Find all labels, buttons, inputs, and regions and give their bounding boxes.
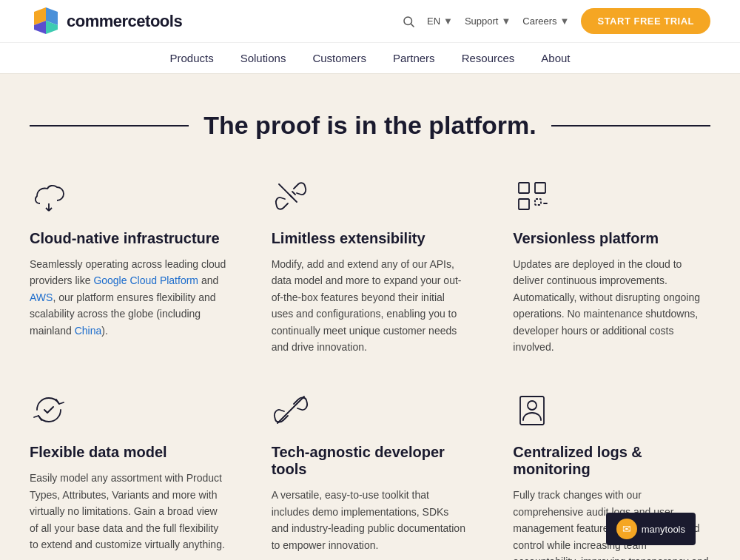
manytools-watermark: ✉ manytools (606, 513, 696, 545)
watermark-icon: ✉ (616, 519, 637, 539)
feature-flexible-data-desc: Easily model any assortment with Product… (30, 470, 227, 553)
feature-centralized-logs-title: Centralized logs & monitoring (513, 444, 710, 478)
feature-limitless-desc: Modify, add and extend any of our APIs, … (272, 256, 469, 355)
nav-item-products[interactable]: Products (169, 52, 213, 64)
centralized-logs-icon (513, 391, 551, 429)
china-link[interactable]: China (75, 325, 102, 337)
search-button[interactable] (402, 15, 415, 28)
header-right: EN ▼ Support ▼ Careers ▼ START FREE TRIA… (402, 8, 710, 34)
chevron-down-icon: ▼ (560, 16, 570, 27)
watermark-label: manytools (642, 524, 685, 535)
title-line-right (551, 125, 710, 126)
section-title: The proof is in the platform. (204, 111, 536, 140)
svg-point-4 (404, 17, 412, 25)
main-content: The proof is in the platform. Cloud-nati… (0, 74, 740, 560)
nav-item-customers[interactable]: Customers (312, 52, 366, 64)
plug-icon (273, 178, 309, 214)
versionless-icon (513, 177, 551, 215)
main-nav: Products Solutions Customers Partners Re… (0, 43, 740, 74)
feature-limitless: Limitless extensibility Modify, add and … (272, 177, 469, 355)
features-grid: Cloud-native infrastructure Seamlessly o… (30, 177, 710, 560)
cloud-native-icon (30, 177, 68, 215)
svg-rect-14 (519, 199, 529, 209)
tech-agnostic-icon (272, 391, 310, 429)
grid-icon (514, 178, 550, 214)
feature-tech-agnostic-title: Tech-agnostic developer tools (272, 444, 469, 478)
nav-item-solutions[interactable]: Solutions (240, 52, 286, 64)
nav-item-about[interactable]: About (541, 52, 570, 64)
section-title-area: The proof is in the platform. (30, 111, 710, 140)
aws-link[interactable]: AWS (30, 291, 53, 303)
feature-cloud-native: Cloud-native infrastructure Seamlessly o… (30, 177, 227, 355)
careers-link[interactable]: Careers ▼ (522, 16, 569, 27)
flexible-data-icon (30, 391, 68, 429)
svg-rect-12 (519, 183, 529, 193)
cloud-icon (31, 178, 67, 214)
feature-versionless-title: Versionless platform (513, 230, 710, 247)
svg-line-11 (289, 195, 292, 198)
feature-versionless: Versionless platform Updates are deploye… (513, 177, 710, 355)
chevron-down-icon: ▼ (501, 16, 511, 27)
svg-rect-13 (535, 183, 545, 193)
refresh-check-icon (31, 392, 67, 428)
logo-icon (30, 6, 61, 37)
title-line-left (30, 125, 189, 126)
limitless-icon (272, 177, 310, 215)
logo-area: commercetools (30, 6, 182, 37)
feature-limitless-title: Limitless extensibility (272, 230, 469, 247)
start-free-trial-button[interactable]: START FREE TRIAL (581, 8, 710, 34)
feature-flexible-data-title: Flexible data model (30, 444, 227, 461)
svg-point-19 (528, 401, 536, 410)
nav-item-resources[interactable]: Resources (462, 52, 515, 64)
svg-line-10 (292, 192, 295, 195)
feature-cloud-native-desc: Seamlessly operating across leading clou… (30, 256, 227, 339)
logo-text: commercetools (67, 12, 182, 31)
language-selector[interactable]: EN ▼ (427, 16, 453, 27)
search-icon (402, 15, 415, 28)
header-top: commercetools EN ▼ Support ▼ Careers ▼ S (0, 0, 740, 43)
feature-tech-agnostic: Tech-agnostic developer tools A versatil… (272, 391, 469, 560)
svg-rect-15 (535, 199, 541, 205)
nav-item-partners[interactable]: Partners (393, 52, 435, 64)
unlink-icon (273, 392, 309, 428)
chevron-down-icon: ▼ (443, 16, 453, 27)
feature-tech-agnostic-desc: A versatile, easy-to-use toolkit that in… (272, 487, 469, 553)
feature-versionless-desc: Updates are deployed in the cloud to del… (513, 256, 710, 355)
feature-cloud-native-title: Cloud-native infrastructure (30, 230, 227, 247)
feature-flexible-data: Flexible data model Easily model any ass… (30, 391, 227, 560)
svg-line-5 (411, 24, 414, 27)
google-cloud-link[interactable]: Google Cloud Platform (93, 274, 198, 286)
monitor-icon (514, 392, 550, 428)
support-link[interactable]: Support ▼ (465, 16, 511, 27)
